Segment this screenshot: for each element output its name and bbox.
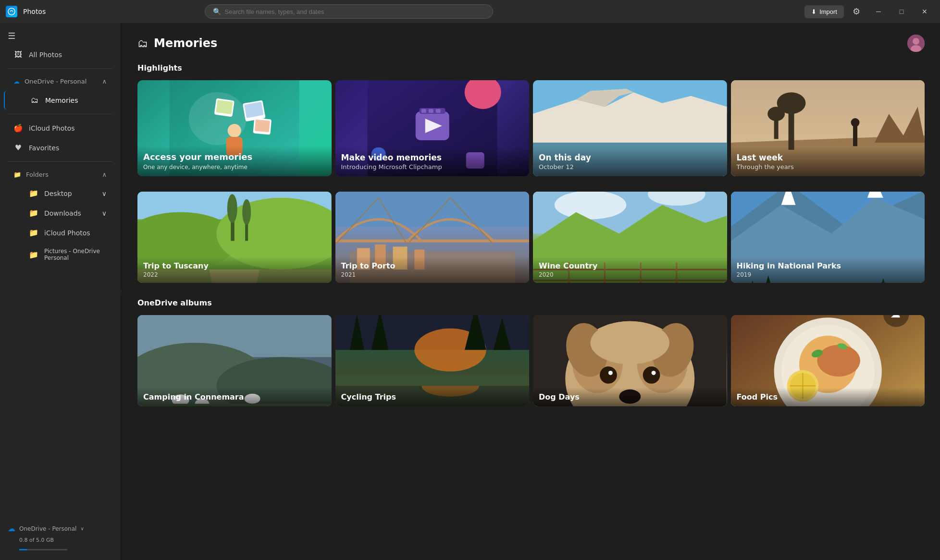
svg-point-107 <box>600 366 617 384</box>
icloud-folder-icon: 📁 <box>29 228 38 237</box>
minimize-button[interactable]: ─ <box>869 2 888 21</box>
hamburger-icon: ☰ <box>8 31 15 41</box>
all-photos-icon: 🖼 <box>13 50 23 59</box>
settings-icon: ⚙ <box>853 6 860 17</box>
svg-rect-100 <box>335 375 530 386</box>
highlight-card-last-week[interactable]: Last week Through the years <box>731 80 925 176</box>
svg-text:☁: ☁ <box>890 315 900 320</box>
album-card-food-pics[interactable]: ☁ Food Pics <box>731 315 925 406</box>
settings-button[interactable]: ⚙ <box>848 3 865 20</box>
sidebar-item-pictures[interactable]: 📁 Pictures - OneDrive Personal <box>4 243 116 266</box>
access-memories-subtitle: One any device, anywhere, anytime <box>143 164 326 170</box>
import-button[interactable]: ⬇ Import <box>804 5 844 18</box>
tuscany-title: Trip to Tuscany <box>143 261 326 270</box>
maximize-button[interactable]: □ <box>892 2 911 21</box>
last-week-subtitle: Through the years <box>737 163 919 170</box>
memories-icon: 🗂 <box>30 96 39 105</box>
album-card-connemara[interactable]: Camping in Connemara <box>137 315 332 406</box>
wine-country-year: 2020 <box>539 271 721 278</box>
sidebar-item-desktop[interactable]: 📁 Desktop ∨ <box>4 184 116 203</box>
hiking-year: 2019 <box>737 271 919 278</box>
favorites-icon: ♥ <box>13 143 23 152</box>
sidebar-item-icloud[interactable]: 🍎 iCloud Photos <box>4 119 116 137</box>
icloud-icon: 🍎 <box>13 123 23 133</box>
import-icon: ⬇ <box>811 8 816 15</box>
downloads-folder-icon: 📁 <box>29 208 38 218</box>
album-card-cycling[interactable]: Cycling Trips <box>335 315 530 406</box>
page-title-row: 🗂 Memories <box>137 37 217 50</box>
tuscany-overlay: Trip to Tuscany 2022 <box>137 256 332 283</box>
trips-grid: Trip to Tuscany 2022 <box>137 192 925 283</box>
svg-point-110 <box>652 371 656 375</box>
chevron-up-icon: ∧ <box>102 78 107 85</box>
sidebar-divider-3 <box>8 161 112 162</box>
search-bar[interactable]: 🔍 <box>205 4 493 19</box>
hamburger-menu[interactable]: ☰ <box>0 27 120 45</box>
titlebar-controls: ⬇ Import ⚙ ─ □ ✕ <box>804 2 934 21</box>
connemara-title: Camping in Connemara <box>143 392 326 402</box>
app-icon <box>6 6 17 17</box>
sidebar-item-memories[interactable]: 🗂 Memories <box>4 91 116 110</box>
desktop-folder-icon: 📁 <box>29 189 38 198</box>
main-content: 🗂 Memories Highlights <box>122 23 940 560</box>
search-input[interactable] <box>225 8 485 15</box>
porto-year: 2021 <box>341 271 524 278</box>
sidebar-section-onedrive[interactable]: ☁ OneDrive - Personal ∧ <box>4 73 116 90</box>
album-card-porto[interactable]: Trip to Porto 2021 <box>335 192 530 283</box>
wine-country-title: Wine Country <box>539 261 721 270</box>
access-memories-overlay: Access your memories One any device, any… <box>137 146 332 176</box>
svg-point-35 <box>767 107 785 121</box>
onedrive-storage-icon: ☁ <box>8 524 15 533</box>
food-pics-overlay: Food Pics <box>731 388 925 406</box>
sidebar-item-favorites[interactable]: ♥ Favorites <box>4 138 116 157</box>
hiking-overlay: Hiking in National Parks 2019 <box>731 256 925 283</box>
sidebar-item-downloads[interactable]: 📁 Downloads ∨ <box>4 204 116 222</box>
svg-point-121 <box>817 345 860 377</box>
onedrive-albums-grid: Camping in Connemara <box>137 315 925 406</box>
sidebar-divider-1 <box>8 68 112 69</box>
on-this-day-subtitle: October 12 <box>539 163 721 170</box>
storage-info[interactable]: ☁ OneDrive - Personal ∨ 0.8 of 5.0 GB <box>0 518 120 556</box>
on-this-day-title: On this day <box>539 153 721 162</box>
wine-country-overlay: Wine Country 2020 <box>533 256 727 283</box>
album-card-tuscany[interactable]: Trip to Tuscany 2022 <box>137 192 332 283</box>
app-name: Photos <box>23 8 46 15</box>
highlights-grid: Access your memories One any device, any… <box>137 80 925 176</box>
sidebar-divider-2 <box>8 114 112 114</box>
sidebar-item-icloud-photos[interactable]: 📁 iCloud Photos <box>4 223 116 242</box>
svg-rect-22 <box>428 109 433 113</box>
make-video-overlay: Make video memories Introducing Microsof… <box>335 147 530 176</box>
svg-point-6 <box>228 124 241 137</box>
highlight-card-access-memories[interactable]: Access your memories One any device, any… <box>137 80 332 176</box>
album-card-wine-country[interactable]: Wine Country 2020 <box>533 192 727 283</box>
dog-days-overlay: Dog Days <box>533 388 727 406</box>
highlights-section-title: Highlights <box>137 63 925 73</box>
make-video-subtitle: Introducing Microsoft Clipchamp <box>341 163 524 170</box>
access-memories-title: Access your memories <box>143 152 326 162</box>
onedrive-albums-section-title: OneDrive albums <box>137 298 925 307</box>
chevron-folders-icon: ∧ <box>102 171 107 178</box>
svg-rect-13 <box>255 120 270 133</box>
onedrive-icon: ☁ <box>13 78 20 85</box>
svg-point-2 <box>913 38 919 45</box>
highlight-card-make-video[interactable]: Make video memories Introducing Microsof… <box>335 80 530 176</box>
svg-point-112 <box>591 321 669 365</box>
cycling-overlay: Cycling Trips <box>335 388 530 406</box>
last-week-title: Last week <box>737 153 919 162</box>
highlight-card-on-this-day[interactable]: On this day October 12 <box>533 80 727 176</box>
page-title: Memories <box>154 37 217 50</box>
svg-point-109 <box>608 371 613 375</box>
porto-overlay: Trip to Porto 2021 <box>335 256 530 283</box>
album-card-dog-days[interactable]: Dog Days <box>533 315 727 406</box>
dog-days-title: Dog Days <box>539 392 721 402</box>
on-this-day-overlay: On this day October 12 <box>533 147 727 176</box>
close-button[interactable]: ✕ <box>915 2 934 21</box>
sidebar-item-all-photos[interactable]: 🖼 All Photos <box>4 45 116 64</box>
svg-point-37 <box>851 118 859 127</box>
porto-title: Trip to Porto <box>341 261 524 270</box>
storage-fill <box>19 549 27 550</box>
sidebar-section-folders[interactable]: 📁 Folders ∧ <box>4 166 116 183</box>
avatar[interactable] <box>907 35 925 52</box>
album-card-hiking[interactable]: Hiking in National Parks 2019 <box>731 192 925 283</box>
svg-rect-36 <box>853 125 857 146</box>
